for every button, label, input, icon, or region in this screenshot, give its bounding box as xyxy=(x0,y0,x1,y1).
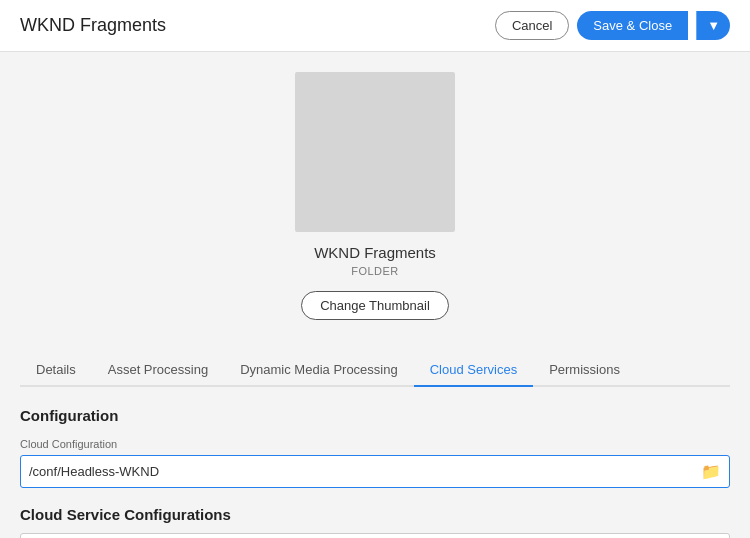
folder-name: WKND Fragments xyxy=(314,244,436,261)
thumbnail-area: WKND Fragments FOLDER Change Thumbnail xyxy=(295,72,455,338)
change-thumbnail-button[interactable]: Change Thumbnail xyxy=(301,291,449,320)
tab-cloud-services[interactable]: Cloud Services xyxy=(414,354,533,385)
tab-asset-processing[interactable]: Asset Processing xyxy=(92,354,224,385)
cloud-config-label: Cloud Configuration xyxy=(20,438,730,450)
cloud-config-field-group: Cloud Configuration 📁 xyxy=(20,438,730,488)
cloud-config-input[interactable] xyxy=(29,456,701,487)
add-configuration-dropdown[interactable]: ⌄ xyxy=(20,533,730,538)
tab-details[interactable]: Details xyxy=(20,354,92,385)
tab-dynamic-media-processing[interactable]: Dynamic Media Processing xyxy=(224,354,414,385)
cancel-button[interactable]: Cancel xyxy=(495,11,569,40)
configuration-section: Configuration Cloud Configuration 📁 Clou… xyxy=(20,407,730,538)
save-close-button[interactable]: Save & Close xyxy=(577,11,688,40)
tab-bar: Details Asset Processing Dynamic Media P… xyxy=(20,354,730,387)
header-actions: Cancel Save & Close ▼ xyxy=(495,11,730,40)
cloud-config-input-wrapper: 📁 xyxy=(20,455,730,488)
folder-type: FOLDER xyxy=(351,265,399,277)
tab-permissions[interactable]: Permissions xyxy=(533,354,636,385)
folder-browse-icon[interactable]: 📁 xyxy=(701,462,721,481)
main-content: WKND Fragments FOLDER Change Thumbnail D… xyxy=(0,52,750,538)
app-header: WKND Fragments Cancel Save & Close ▼ xyxy=(0,0,750,52)
add-configuration-input[interactable] xyxy=(31,534,707,538)
configuration-title: Configuration xyxy=(20,407,730,424)
page-title: WKND Fragments xyxy=(20,15,166,36)
thumbnail-image xyxy=(295,72,455,232)
cloud-service-title: Cloud Service Configurations xyxy=(20,506,730,523)
save-dropdown-button[interactable]: ▼ xyxy=(696,11,730,40)
